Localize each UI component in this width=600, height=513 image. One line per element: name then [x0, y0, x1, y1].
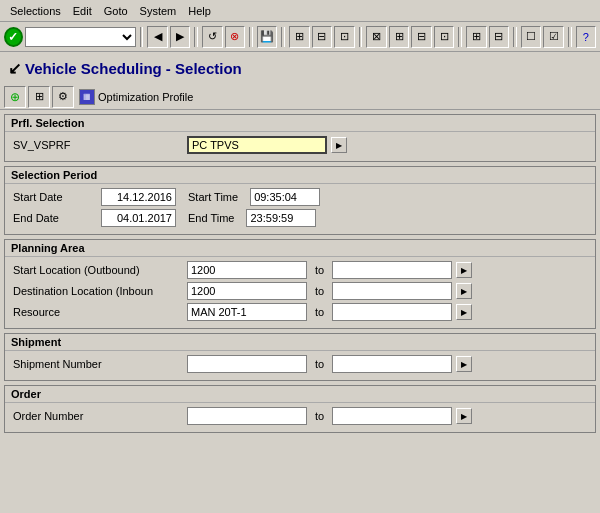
start-location-label: Start Location (Outbound): [13, 264, 183, 276]
settings-button[interactable]: ⚙: [52, 86, 74, 108]
icon-5: ⊞: [395, 30, 404, 43]
end-date-row: End Date End Time: [13, 209, 587, 227]
prfl-selection-section: Prfl. Selection SV_VSPRF: [4, 114, 596, 162]
resource-from-input[interactable]: [187, 303, 307, 321]
opt-profile-icon: ▦: [79, 89, 95, 105]
shipment-number-label: Shipment Number: [13, 358, 183, 370]
start-location-to-input[interactable]: [332, 261, 452, 279]
resource-nav-button[interactable]: [456, 304, 472, 320]
shipment-body: Shipment Number to: [5, 351, 595, 380]
btn-1[interactable]: ⊞: [289, 26, 309, 48]
help-button[interactable]: ?: [576, 26, 596, 48]
optimization-profile-button[interactable]: ▦ Optimization Profile: [76, 88, 196, 106]
order-nav-button[interactable]: [456, 408, 472, 424]
separator-3: [249, 27, 253, 47]
dest-location-to-label: to: [311, 285, 328, 297]
dest-location-nav-button[interactable]: [456, 283, 472, 299]
start-location-nav-button[interactable]: [456, 262, 472, 278]
settings-icon: ⚙: [58, 90, 68, 103]
shipment-from-input[interactable]: [187, 355, 307, 373]
menu-help[interactable]: Help: [182, 3, 217, 19]
help-icon: ?: [583, 31, 589, 43]
icon-10: ☐: [526, 30, 536, 43]
back-button[interactable]: ◀: [147, 26, 167, 48]
btn-11[interactable]: ☑: [543, 26, 563, 48]
dest-location-from-input[interactable]: [187, 282, 307, 300]
selection-period-section: Selection Period Start Date Start Time E…: [4, 166, 596, 235]
start-time-input[interactable]: [250, 188, 320, 206]
start-location-from-input[interactable]: [187, 261, 307, 279]
btn-5[interactable]: ⊞: [389, 26, 409, 48]
layout-button[interactable]: ⊞: [28, 86, 50, 108]
btn-10[interactable]: ☐: [521, 26, 541, 48]
separator-8: [568, 27, 572, 47]
start-date-input[interactable]: [101, 188, 176, 206]
dest-location-row: Destination Location (Inboun to: [13, 282, 587, 300]
forward-icon: ▶: [176, 30, 184, 43]
end-time-label: End Time: [184, 212, 238, 224]
icon-8: ⊞: [472, 30, 481, 43]
stop-icon: ⊗: [230, 30, 239, 43]
save-button[interactable]: 💾: [257, 26, 277, 48]
shipment-header: Shipment: [5, 334, 595, 351]
menu-edit[interactable]: Edit: [67, 3, 98, 19]
end-date-input[interactable]: [101, 209, 176, 227]
btn-2[interactable]: ⊟: [312, 26, 332, 48]
prfl-selection-body: SV_VSPRF: [5, 132, 595, 161]
icon-6: ⊟: [417, 30, 426, 43]
optimization-profile-label: Optimization Profile: [98, 91, 193, 103]
planning-area-section: Planning Area Start Location (Outbound) …: [4, 239, 596, 329]
shipment-nav-button[interactable]: [456, 356, 472, 372]
command-dropdown[interactable]: [25, 27, 136, 47]
btn-4[interactable]: ⊠: [366, 26, 386, 48]
btn-7[interactable]: ⊡: [434, 26, 454, 48]
shipment-number-row: Shipment Number to: [13, 355, 587, 373]
stop-button[interactable]: ⊗: [225, 26, 245, 48]
icon-3: ⊡: [340, 30, 349, 43]
menu-goto[interactable]: Goto: [98, 3, 134, 19]
order-to-label: to: [311, 410, 328, 422]
menu-bar: Selections Edit Goto System Help: [0, 0, 600, 22]
sv-vsprf-nav-button[interactable]: [331, 137, 347, 153]
order-from-input[interactable]: [187, 407, 307, 425]
title-arrow-icon: ↙: [8, 59, 21, 78]
forward-button[interactable]: ▶: [170, 26, 190, 48]
execute-button[interactable]: ⊕: [4, 86, 26, 108]
resource-to-input[interactable]: [332, 303, 452, 321]
sv-vsprf-row: SV_VSPRF: [13, 136, 587, 154]
btn-8[interactable]: ⊞: [466, 26, 486, 48]
icon-4: ⊠: [372, 30, 381, 43]
separator-2: [194, 27, 198, 47]
btn-9[interactable]: ⊟: [489, 26, 509, 48]
separator-7: [513, 27, 517, 47]
btn-6[interactable]: ⊟: [411, 26, 431, 48]
shipment-to-input[interactable]: [332, 355, 452, 373]
menu-selections[interactable]: Selections: [4, 3, 67, 19]
sv-vsprf-input[interactable]: [187, 136, 327, 154]
menu-system[interactable]: System: [134, 3, 183, 19]
order-to-input[interactable]: [332, 407, 452, 425]
start-location-row: Start Location (Outbound) to: [13, 261, 587, 279]
start-time-label: Start Time: [184, 191, 242, 203]
execute-icon: ⊕: [10, 90, 20, 104]
resource-row: Resource to: [13, 303, 587, 321]
order-number-row: Order Number to: [13, 407, 587, 425]
selection-period-header: Selection Period: [5, 167, 595, 184]
dest-location-to-input[interactable]: [332, 282, 452, 300]
main-content: Prfl. Selection SV_VSPRF Selection Perio…: [0, 110, 600, 513]
separator-5: [359, 27, 363, 47]
start-date-row: Start Date Start Time: [13, 188, 587, 206]
start-location-to-label: to: [311, 264, 328, 276]
icon-7: ⊡: [440, 30, 449, 43]
refresh-button[interactable]: ↺: [202, 26, 222, 48]
shipment-to-label: to: [311, 358, 328, 370]
back-icon: ◀: [154, 30, 162, 43]
icon-1: ⊞: [295, 30, 304, 43]
resource-label: Resource: [13, 306, 183, 318]
end-time-input[interactable]: [246, 209, 316, 227]
page-title: Vehicle Scheduling - Selection: [25, 60, 242, 77]
icon-11: ☑: [549, 30, 559, 43]
btn-3[interactable]: ⊡: [334, 26, 354, 48]
order-header: Order: [5, 386, 595, 403]
confirm-button[interactable]: ✓: [4, 27, 23, 47]
